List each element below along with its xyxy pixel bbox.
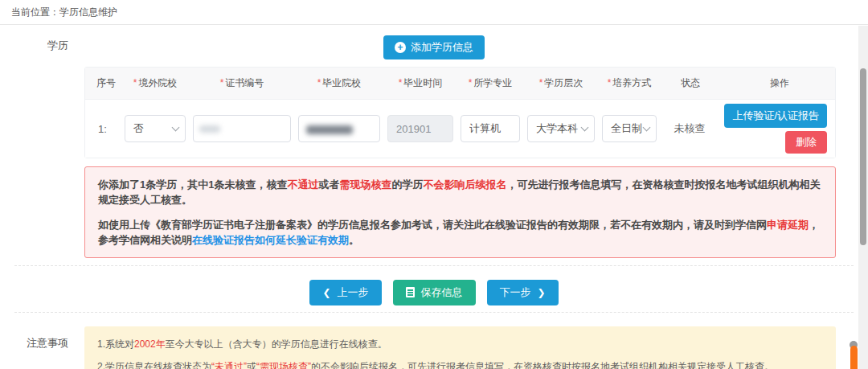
previous-step-label: 上一步 — [338, 285, 369, 300]
next-step-button[interactable]: 下一步 ❯ — [487, 280, 559, 305]
handle-bar-icon — [850, 346, 858, 369]
notes-section: 注意事项 1.系统对2002年至今大专以上（含大专）的学历信息进行在线核查。 2… — [0, 326, 868, 369]
education-table-header: 序号 *境外院校 *证书编号 *毕业院校 *毕业时间 *所学专业 *学历层次 *… — [85, 68, 835, 100]
col-header-school: *毕业院校 — [298, 76, 380, 90]
text-segment: 2.学历信息在线核查状态为 — [97, 361, 211, 369]
notes-box: 1.系统对2002年至今大专以上（含大专）的学历信息进行在线核查。 2.学历信息… — [84, 326, 836, 369]
text-segment: “未通过” — [211, 361, 247, 369]
row-index: 1: — [93, 123, 117, 135]
delete-row-button[interactable]: 删除 — [785, 131, 827, 154]
text-segment: 的学历 — [391, 178, 423, 191]
col-header-status: 状态 — [664, 76, 715, 90]
save-info-button[interactable]: 保存信息 — [393, 280, 476, 305]
education-table-row: 1: 否 大学本科 全日制 — [85, 100, 835, 158]
chevron-left-icon: ❮ — [322, 287, 330, 298]
mode-select-value: 全日制 — [611, 121, 642, 136]
divider — [14, 312, 854, 313]
floating-handle[interactable] — [850, 341, 858, 369]
col-header-grad-time: *毕业时间 — [387, 76, 453, 90]
overseas-select[interactable]: 否 — [125, 115, 186, 142]
save-file-icon — [406, 287, 415, 297]
education-table: 序号 *境外院校 *证书编号 *毕业院校 *毕业时间 *所学专业 *学历层次 *… — [84, 67, 836, 158]
text-segment: 申请延期 — [767, 219, 809, 231]
col-header-operation: 操作 — [723, 76, 835, 90]
warning-paragraph-2: 如使用上传《教育部学历证书电子注册备案表》的学历信息报名参加考试，请关注此在线验… — [98, 217, 822, 248]
text-segment: 你添加了1条学历，其中1条未核查，核查 — [98, 178, 287, 191]
level-select-value: 大学本科 — [536, 121, 578, 136]
verification-warning-box: 你添加了1条学历，其中1条未核查，核查不通过或者需现场核查的学历不会影响后续报名… — [84, 166, 836, 258]
chevron-down-icon — [172, 124, 180, 132]
breadcrumb-label: 当前位置：学历信息维护 — [11, 6, 117, 18]
scrollbar-thumb[interactable] — [860, 68, 866, 245]
col-header-cert-no: *证书编号 — [193, 76, 291, 90]
text-segment: 2002年 — [134, 338, 166, 350]
redacted-blur — [199, 125, 220, 133]
col-header-mode: *培养方式 — [602, 76, 657, 90]
text-segment: 至今大专以上（含大专）的学历信息进行在线核查。 — [166, 338, 387, 350]
scrollbar-track[interactable] — [858, 26, 868, 369]
grad-time-input — [387, 115, 453, 142]
text-segment: 如使用上传《教育部学历证书电子注册备案表》的学历信息报名参加考试，请关注此在线验… — [98, 219, 767, 231]
education-section-label: 学历 — [0, 39, 68, 53]
text-segment: 或者 — [318, 178, 339, 191]
upload-report-button[interactable]: 上传验证/认证报告 — [724, 104, 827, 128]
next-step-label: 下一步 — [500, 285, 531, 300]
divider — [14, 265, 854, 266]
status-text: 未核查 — [664, 121, 715, 136]
note-item-2: 2.学历信息在线核查状态为“未通过”或“需现场核查”的不会影响后续报名，可先进行… — [97, 360, 823, 369]
education-section-header: 学历 + 添加学历信息 — [0, 25, 868, 67]
text-segment: 的不会影响后续报名，可先进行报考信息填写，在资格核查时按报名地考试组织机构相关规… — [311, 361, 774, 369]
mode-select[interactable]: 全日制 — [602, 115, 657, 142]
text-segment: 。 — [349, 234, 359, 246]
major-input[interactable] — [461, 115, 520, 142]
text-segment: 不会影响后续报名 — [423, 178, 506, 191]
add-education-button[interactable]: + 添加学历信息 — [383, 35, 485, 59]
col-header-major: *所学专业 — [461, 76, 520, 90]
save-info-label: 保存信息 — [421, 285, 463, 300]
redacted-blur — [306, 125, 353, 134]
level-select[interactable]: 大学本科 — [527, 115, 595, 142]
inline-link[interactable]: 在线验证报告如何延长验证有效期 — [192, 234, 349, 246]
warning-paragraph-1: 你添加了1条学历，其中1条未核查，核查不通过或者需现场核查的学历不会影响后续报名… — [98, 177, 822, 207]
text-segment: “需现场核查” — [256, 361, 311, 369]
text-segment: 不通过 — [287, 178, 318, 191]
row-operations: 上传验证/认证报告 删除 — [723, 104, 829, 154]
step-actions: ❮ 上一步 保存信息 下一步 ❯ — [0, 280, 868, 305]
text-segment: 需现场核查 — [339, 178, 391, 191]
col-header-level: *学历层次 — [527, 76, 595, 90]
major-field-wrap — [461, 115, 520, 142]
add-education-label: 添加学历信息 — [411, 40, 473, 55]
overseas-select-value: 否 — [133, 121, 144, 136]
text-segment: 1.系统对 — [97, 338, 134, 350]
col-header-index: 序号 — [93, 76, 117, 90]
col-header-overseas: *境外院校 — [125, 76, 186, 90]
grad-time-field-wrap — [387, 115, 453, 142]
cert-no-field-wrap — [193, 115, 291, 142]
chevron-right-icon: ❯ — [538, 287, 546, 298]
school-field-wrap — [298, 115, 380, 142]
text-segment: 或 — [247, 361, 256, 369]
chevron-down-icon — [581, 124, 589, 132]
breadcrumb: 当前位置：学历信息维护 — [0, 0, 868, 25]
plus-circle-icon: + — [395, 42, 406, 53]
notes-section-label: 注意事项 — [0, 336, 68, 351]
note-item-1: 1.系统对2002年至今大专以上（含大专）的学历信息进行在线核查。 — [97, 338, 823, 351]
chevron-down-icon — [643, 124, 651, 132]
previous-step-button[interactable]: ❮ 上一步 — [309, 280, 381, 305]
education-maintenance-page: 学历 + 添加学历信息 序号 *境外院校 *证书编号 *毕业院校 *毕业时间 *… — [0, 25, 868, 369]
